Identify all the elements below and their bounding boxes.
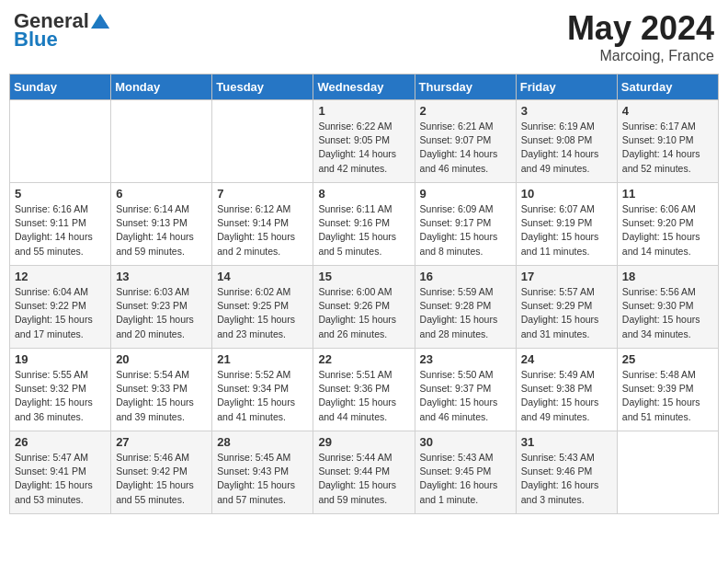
day-number: 19	[15, 352, 106, 366]
day-info: Sunrise: 6:07 AM Sunset: 9:19 PM Dayligh…	[521, 202, 612, 259]
day-info: Sunrise: 6:22 AM Sunset: 9:05 PM Dayligh…	[318, 120, 409, 176]
page-header: General Blue May 2024 Marcoing, France	[9, 9, 719, 64]
day-number: 4	[622, 104, 713, 118]
day-info: Sunrise: 6:00 AM Sunset: 9:26 PM Dayligh…	[318, 285, 409, 341]
day-number: 28	[217, 435, 308, 449]
day-number: 25	[622, 352, 713, 366]
calendar-cell: 6Sunrise: 6:14 AM Sunset: 9:13 PM Daylig…	[111, 183, 212, 266]
calendar-cell: 17Sunrise: 5:57 AM Sunset: 9:29 PM Dayli…	[516, 266, 617, 349]
calendar-cell: 24Sunrise: 5:49 AM Sunset: 9:38 PM Dayli…	[516, 349, 617, 431]
day-number: 17	[521, 270, 612, 283]
calendar-cell: 9Sunrise: 6:09 AM Sunset: 9:17 PM Daylig…	[415, 183, 516, 266]
day-info: Sunrise: 5:44 AM Sunset: 9:44 PM Dayligh…	[318, 451, 409, 507]
calendar-header-thursday: Thursday	[415, 75, 516, 100]
day-info: Sunrise: 5:45 AM Sunset: 9:43 PM Dayligh…	[217, 451, 308, 507]
calendar-cell: 22Sunrise: 5:51 AM Sunset: 9:36 PM Dayli…	[313, 349, 415, 431]
day-number: 1	[318, 104, 409, 118]
day-info: Sunrise: 5:50 AM Sunset: 9:37 PM Dayligh…	[420, 368, 511, 424]
day-info: Sunrise: 6:09 AM Sunset: 9:17 PM Dayligh…	[420, 202, 511, 259]
calendar-cell: 20Sunrise: 5:54 AM Sunset: 9:33 PM Dayli…	[111, 349, 212, 431]
day-info: Sunrise: 5:43 AM Sunset: 9:45 PM Dayligh…	[420, 451, 511, 507]
calendar-cell: 14Sunrise: 6:02 AM Sunset: 9:25 PM Dayli…	[212, 266, 313, 349]
calendar-cell: 12Sunrise: 6:04 AM Sunset: 9:22 PM Dayli…	[10, 266, 111, 349]
calendar-cell: 16Sunrise: 5:59 AM Sunset: 9:28 PM Dayli…	[415, 266, 516, 349]
day-info: Sunrise: 5:55 AM Sunset: 9:32 PM Dayligh…	[15, 368, 106, 424]
day-info: Sunrise: 5:56 AM Sunset: 9:30 PM Dayligh…	[622, 285, 713, 341]
day-number: 22	[318, 352, 409, 366]
calendar-cell: 29Sunrise: 5:44 AM Sunset: 9:44 PM Dayli…	[313, 431, 415, 514]
calendar-cell: 1Sunrise: 6:22 AM Sunset: 9:05 PM Daylig…	[313, 100, 415, 183]
logo-blue-text: Blue	[14, 28, 58, 52]
calendar-cell	[111, 100, 212, 183]
calendar-week-row: 1Sunrise: 6:22 AM Sunset: 9:05 PM Daylig…	[10, 100, 719, 183]
calendar-week-row: 5Sunrise: 6:16 AM Sunset: 9:11 PM Daylig…	[10, 183, 719, 266]
day-info: Sunrise: 5:48 AM Sunset: 9:39 PM Dayligh…	[622, 368, 713, 424]
calendar-cell: 25Sunrise: 5:48 AM Sunset: 9:39 PM Dayli…	[617, 349, 718, 431]
day-number: 6	[116, 187, 207, 201]
day-number: 5	[15, 187, 106, 201]
day-info: Sunrise: 5:57 AM Sunset: 9:29 PM Dayligh…	[521, 285, 612, 341]
day-number: 24	[521, 352, 612, 366]
day-info: Sunrise: 5:49 AM Sunset: 9:38 PM Dayligh…	[521, 368, 612, 424]
calendar-cell: 3Sunrise: 6:19 AM Sunset: 9:08 PM Daylig…	[516, 100, 617, 183]
logo: General Blue	[14, 9, 109, 52]
calendar-cell: 27Sunrise: 5:46 AM Sunset: 9:42 PM Dayli…	[111, 431, 212, 514]
calendar-cell: 4Sunrise: 6:17 AM Sunset: 9:10 PM Daylig…	[617, 100, 718, 183]
day-number: 15	[318, 270, 409, 283]
calendar-cell: 13Sunrise: 6:03 AM Sunset: 9:23 PM Dayli…	[111, 266, 212, 349]
calendar-cell: 19Sunrise: 5:55 AM Sunset: 9:32 PM Dayli…	[10, 349, 111, 431]
calendar-header-monday: Monday	[111, 75, 212, 100]
day-number: 20	[116, 352, 207, 366]
calendar-header-saturday: Saturday	[617, 75, 718, 100]
day-info: Sunrise: 5:52 AM Sunset: 9:34 PM Dayligh…	[217, 368, 308, 424]
calendar-header-row: SundayMondayTuesdayWednesdayThursdayFrid…	[10, 75, 719, 100]
day-info: Sunrise: 5:43 AM Sunset: 9:46 PM Dayligh…	[521, 451, 612, 507]
calendar-cell: 10Sunrise: 6:07 AM Sunset: 9:19 PM Dayli…	[516, 183, 617, 266]
calendar-week-row: 19Sunrise: 5:55 AM Sunset: 9:32 PM Dayli…	[10, 349, 719, 431]
day-number: 23	[420, 352, 511, 366]
day-number: 3	[521, 104, 612, 118]
day-number: 29	[318, 435, 409, 449]
day-info: Sunrise: 6:14 AM Sunset: 9:13 PM Dayligh…	[116, 202, 207, 259]
day-info: Sunrise: 6:04 AM Sunset: 9:22 PM Dayligh…	[15, 285, 106, 341]
calendar-cell: 31Sunrise: 5:43 AM Sunset: 9:46 PM Dayli…	[516, 431, 617, 514]
day-info: Sunrise: 6:02 AM Sunset: 9:25 PM Dayligh…	[217, 285, 308, 341]
day-info: Sunrise: 6:17 AM Sunset: 9:10 PM Dayligh…	[622, 120, 713, 176]
day-info: Sunrise: 5:46 AM Sunset: 9:42 PM Dayligh…	[116, 451, 207, 507]
day-number: 27	[116, 435, 207, 449]
day-number: 2	[420, 104, 511, 118]
day-number: 26	[15, 435, 106, 449]
day-number: 11	[622, 187, 713, 201]
day-info: Sunrise: 5:59 AM Sunset: 9:28 PM Dayligh…	[420, 285, 511, 341]
calendar-cell: 28Sunrise: 5:45 AM Sunset: 9:43 PM Dayli…	[212, 431, 313, 514]
calendar-cell: 15Sunrise: 6:00 AM Sunset: 9:26 PM Dayli…	[313, 266, 415, 349]
day-info: Sunrise: 6:21 AM Sunset: 9:07 PM Dayligh…	[420, 120, 511, 176]
calendar-header-sunday: Sunday	[10, 75, 111, 100]
calendar-cell: 21Sunrise: 5:52 AM Sunset: 9:34 PM Dayli…	[212, 349, 313, 431]
title-block: May 2024 Marcoing, France	[567, 9, 714, 64]
day-number: 14	[217, 270, 308, 283]
day-info: Sunrise: 6:12 AM Sunset: 9:14 PM Dayligh…	[217, 202, 308, 259]
day-number: 21	[217, 352, 308, 366]
calendar-cell: 26Sunrise: 5:47 AM Sunset: 9:41 PM Dayli…	[10, 431, 111, 514]
calendar-cell: 23Sunrise: 5:50 AM Sunset: 9:37 PM Dayli…	[415, 349, 516, 431]
calendar-header-tuesday: Tuesday	[212, 75, 313, 100]
month-year-title: May 2024	[567, 9, 714, 48]
day-number: 16	[420, 270, 511, 283]
day-info: Sunrise: 5:47 AM Sunset: 9:41 PM Dayligh…	[15, 451, 106, 507]
day-info: Sunrise: 6:16 AM Sunset: 9:11 PM Dayligh…	[15, 202, 106, 259]
day-number: 30	[420, 435, 511, 449]
calendar-week-row: 26Sunrise: 5:47 AM Sunset: 9:41 PM Dayli…	[10, 431, 719, 514]
calendar-cell	[10, 100, 111, 183]
calendar-header-wednesday: Wednesday	[313, 75, 415, 100]
day-number: 9	[420, 187, 511, 201]
calendar-cell: 11Sunrise: 6:06 AM Sunset: 9:20 PM Dayli…	[617, 183, 718, 266]
logo-icon	[91, 12, 109, 30]
calendar-table: SundayMondayTuesdayWednesdayThursdayFrid…	[9, 74, 719, 514]
day-info: Sunrise: 6:06 AM Sunset: 9:20 PM Dayligh…	[622, 202, 713, 259]
day-number: 12	[15, 270, 106, 283]
calendar-cell: 7Sunrise: 6:12 AM Sunset: 9:14 PM Daylig…	[212, 183, 313, 266]
calendar-cell	[617, 431, 718, 514]
calendar-header-friday: Friday	[516, 75, 617, 100]
calendar-cell: 18Sunrise: 5:56 AM Sunset: 9:30 PM Dayli…	[617, 266, 718, 349]
